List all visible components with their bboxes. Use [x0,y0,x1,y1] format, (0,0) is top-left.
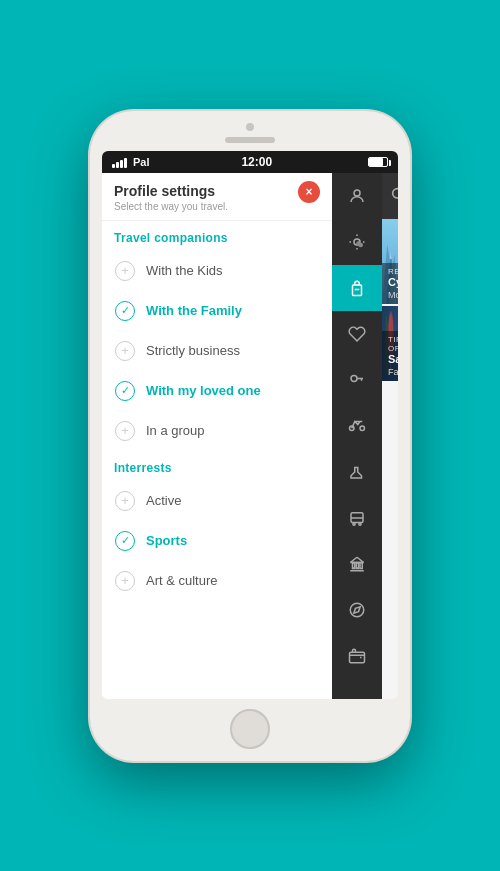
art-icon: + [114,570,136,592]
family-label: With the Family [146,303,242,318]
check-icon: ✓ [121,304,130,317]
status-time: 12:00 [241,155,272,169]
close-icon: × [305,186,312,198]
battery-container [364,157,388,167]
check-icon-3: ✓ [121,534,130,547]
card-saze-title: Saze [388,353,392,366]
business-label: Strictly business [146,343,240,358]
card-saze-tag: Tips of [388,335,392,353]
battery-fill [369,158,383,166]
list-item-sports[interactable]: ✓ Sports [102,521,332,561]
art-label: Art & culture [146,573,218,588]
svg-point-7 [360,426,365,431]
svg-point-0 [354,190,360,196]
active-label: Active [146,493,181,508]
sports-label: Sports [146,533,187,548]
kids-icon: + [114,260,136,282]
svg-point-17 [393,188,398,197]
list-item-family[interactable]: ✓ With the Family [102,291,332,331]
mid-icon-bike[interactable] [332,403,382,449]
mid-icon-compass[interactable] [332,587,382,633]
mid-icon-bank[interactable] [332,541,382,587]
list-item-loved-one[interactable]: ✓ With my loved one [102,371,332,411]
card-cycling-title: Cycl [388,276,392,289]
mid-icon-boot[interactable] [332,449,382,495]
active-icon: + [114,490,136,512]
plus-icon-4: + [121,493,129,508]
svg-point-15 [350,603,364,617]
carrier-name: Pal [133,156,150,168]
plus-icon-5: + [121,573,129,588]
phone-outer: Pal 12:00 Profile settings Select the wa… [90,111,410,761]
plus-icon-2: + [121,343,129,358]
svg-point-11 [359,522,361,524]
svg-point-5 [351,375,357,381]
loved-one-label: With my loved one [146,383,261,398]
loved-one-icon: ✓ [114,380,136,402]
mid-icon-profile[interactable] [332,173,382,219]
phone-speaker [225,137,275,143]
signal-bars [112,156,127,168]
plus-icon-3: + [121,423,129,438]
svg-rect-16 [350,652,365,663]
mid-icon-wallet[interactable] [332,633,382,679]
travel-companions-heading: Travel companions [102,221,332,251]
phone-home-button[interactable] [230,709,270,749]
profile-header: Profile settings Select the way you trav… [102,173,332,221]
list-item-group[interactable]: + In a group [102,411,332,451]
mid-icon-heart[interactable] [332,311,382,357]
card-saze-overlay: Tips of Saze Family [382,331,398,380]
search-icon[interactable] [390,186,398,206]
card-cycling-sub: Mount [388,290,392,300]
sports-icon: ✓ [114,530,136,552]
business-icon: + [114,340,136,362]
profile-title: Profile settings [114,183,320,199]
card-cycling[interactable]: Recom Cycl Mount [382,219,398,304]
profile-subtitle: Select the way you travel. [114,201,320,212]
phone-screen: Pal 12:00 Profile settings Select the wa… [102,151,398,699]
group-label: In a group [146,423,205,438]
list-item-active[interactable]: + Active [102,481,332,521]
plus-icon: + [121,263,129,278]
screen-content: Profile settings Select the way you trav… [102,173,398,699]
phone-camera [246,123,254,131]
battery-icon [368,157,388,167]
list-item-art[interactable]: + Art & culture [102,561,332,601]
svg-rect-14 [360,562,362,568]
interests-heading: Interrests [102,451,332,481]
list-item-kids[interactable]: + With the Kids [102,251,332,291]
family-icon: ✓ [114,300,136,322]
status-left: Pal [112,156,150,168]
mid-bar [332,173,382,699]
check-icon-2: ✓ [121,384,130,397]
left-panel: Profile settings Select the way you trav… [102,173,332,699]
svg-rect-13 [356,562,358,568]
list-item-business[interactable]: + Strictly business [102,331,332,371]
mid-icon-weather[interactable] [332,219,382,265]
status-bar: Pal 12:00 [102,151,398,173]
mid-icon-bus[interactable] [332,495,382,541]
svg-rect-33 [386,316,387,324]
group-icon: + [114,420,136,442]
right-panel-header [382,173,398,219]
kids-label: With the Kids [146,263,223,278]
right-panel: Recom Cycl Mount [382,173,398,699]
card-saze-sub: Family [388,367,392,377]
close-button[interactable]: × [298,181,320,203]
mid-icon-luggage[interactable] [332,265,382,311]
card-saze[interactable]: Tips of Saze Family [382,306,398,381]
card-cycling-overlay: Recom Cycl Mount [382,263,398,303]
mid-icon-key[interactable] [332,357,382,403]
svg-rect-12 [353,562,355,568]
svg-point-10 [353,522,355,524]
card-cycling-tag: Recom [388,267,392,276]
